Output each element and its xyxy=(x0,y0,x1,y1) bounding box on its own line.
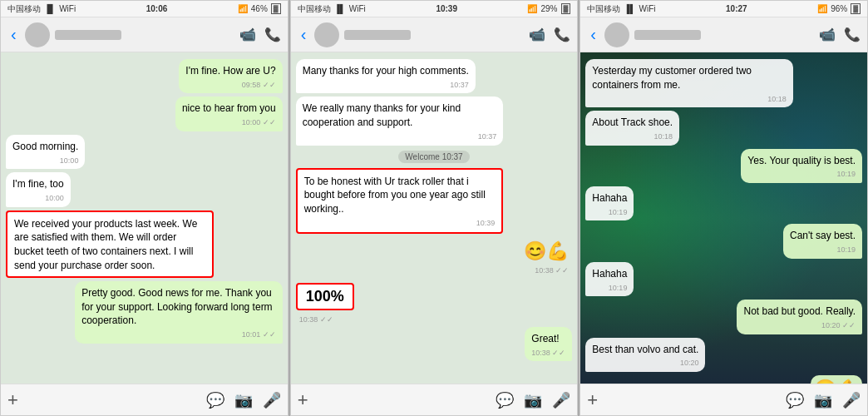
camera-icon[interactable]: 📷 xyxy=(814,391,832,409)
avatar xyxy=(314,22,339,47)
battery-bar: ▓ xyxy=(851,3,861,14)
bottom-bar: + 💬 📷 🎤 xyxy=(291,384,578,415)
back-button[interactable]: ‹ xyxy=(587,23,599,46)
status-time: 10:39 xyxy=(436,4,457,13)
message-time: 10:19 xyxy=(747,169,856,180)
phone-panel-1: 中国移动 ▐▌ WiFi 10:06 📶 46% ▓ ‹ 📹 📞 I'm fin… xyxy=(0,0,289,416)
plus-button[interactable]: + xyxy=(7,389,18,411)
received-message: About Track shoe.10:18 xyxy=(585,111,679,145)
received-message: Hahaha10:19 xyxy=(585,186,634,220)
message-text: Best than volvo and cat. xyxy=(592,344,698,355)
video-call-icon[interactable]: 📹 xyxy=(819,27,836,42)
message-text: Good morning. xyxy=(12,141,78,152)
avatar xyxy=(25,22,50,47)
mic-icon[interactable]: 🎤 xyxy=(842,391,861,409)
mic-icon[interactable]: 🎤 xyxy=(263,391,281,409)
sent-message: Pretty good. Good news for me. Thank you… xyxy=(75,281,283,344)
message-text: Great! xyxy=(531,333,559,344)
message-text: Yes. Your quality is best. xyxy=(747,155,856,166)
chat-area: Many thanks for your high comments.10:37… xyxy=(291,52,578,384)
message-time: 10:39 xyxy=(304,218,496,229)
received-message: I'm fine, too10:00 xyxy=(6,172,71,206)
video-call-icon[interactable]: 📹 xyxy=(239,27,256,42)
message-time: 10:37 xyxy=(303,80,469,91)
status-bar: 中国移动 ▐▌ WiFi 10:06 📶 46% ▓ xyxy=(1,1,288,17)
voice-call-icon[interactable]: 📞 xyxy=(264,27,281,42)
back-button[interactable]: ‹ xyxy=(298,23,310,46)
message-text: Many thanks for your high comments. xyxy=(303,65,469,77)
status-battery: 📶 96% ▓ xyxy=(817,3,861,14)
chat-icon[interactable]: 💬 xyxy=(496,391,514,409)
contact-name xyxy=(344,30,411,40)
message-text: Hahaha xyxy=(592,268,627,280)
plus-button[interactable]: + xyxy=(587,389,598,411)
message-text: Pretty good. Good news for me. Thank you… xyxy=(81,287,272,327)
message-time: 10:20 ✓✓ xyxy=(743,320,856,331)
contact-name xyxy=(55,30,121,40)
message-text: I'm fine, too xyxy=(12,178,64,190)
carrier-text: 中国移动 xyxy=(587,3,620,15)
nav-bar: ‹ 📹 📞 xyxy=(580,17,867,52)
emoji-message: 😊💪10:20 ✓✓ xyxy=(811,375,862,384)
camera-icon[interactable]: 📷 xyxy=(234,391,253,409)
status-carrier: 中国移动 ▐▌ WiFi xyxy=(7,3,76,15)
plus-button[interactable]: + xyxy=(298,389,308,411)
wifi-icon: WiFi xyxy=(639,4,656,13)
camera-icon[interactable]: 📷 xyxy=(524,391,542,409)
voice-call-icon[interactable]: 📞 xyxy=(844,27,861,42)
sent-message: Great!10:38 ✓✓ xyxy=(525,327,572,361)
chat-icon[interactable]: 💬 xyxy=(786,391,804,409)
timestamp-label: Welcome 10:37 xyxy=(398,151,469,163)
message-time: 10:20 xyxy=(592,358,698,369)
contact-name xyxy=(634,30,701,40)
received-message: Best than volvo and cat.10:20 xyxy=(585,338,705,372)
mic-icon[interactable]: 🎤 xyxy=(552,391,570,409)
sent-message: Can't say best.10:19 xyxy=(783,224,862,258)
message-time: 10:00 xyxy=(12,156,78,166)
status-battery: 📶 46% ▓ xyxy=(238,3,281,14)
nav-actions: 📹 📞 xyxy=(819,27,861,42)
nav-bar: ‹ 📹 📞 xyxy=(291,17,578,52)
phone-panel-3: 中国移动 ▐▌ WiFi 10:27 📶 96% ▓ ‹ 📹 📞 Yesterd… xyxy=(579,0,868,416)
battery-text: 29% xyxy=(540,4,557,13)
wifi-icon: WiFi xyxy=(349,4,366,13)
chat-area: Yesterday my customer ordered two contai… xyxy=(580,52,867,384)
signal-icon: ▐▌ xyxy=(334,4,346,13)
sent-message: Yes. Your quality is best.10:19 xyxy=(741,149,862,183)
chat-icon[interactable]: 💬 xyxy=(206,391,224,409)
message-time: 10:19 xyxy=(592,207,627,218)
back-button[interactable]: ‹ xyxy=(7,23,20,46)
nav-bar: ‹ 📹 📞 xyxy=(1,17,288,52)
sent-message: Not bad but good. Really.10:20 ✓✓ xyxy=(737,300,862,334)
received-message: Hahaha10:19 xyxy=(585,262,634,296)
carrier-text: 中国移动 xyxy=(7,3,41,15)
received-message: We really many thanks for your kind coop… xyxy=(296,97,504,145)
status-time: 10:06 xyxy=(146,4,168,13)
nav-actions: 📹 📞 xyxy=(529,27,570,42)
message-time: 10:18 xyxy=(592,131,673,142)
status-carrier: 中国移动 ▐▌ WiFi xyxy=(587,3,655,15)
message-time: 10:00 ✓✓ xyxy=(182,117,276,128)
phone-panel-2: 中国移动 ▐▌ WiFi 10:39 📶 29% ▓ ‹ 📹 📞 Many th… xyxy=(290,0,579,416)
video-call-icon[interactable]: 📹 xyxy=(529,27,545,42)
status-time: 10:27 xyxy=(726,4,747,13)
message-time: 10:19 xyxy=(790,245,856,255)
bottom-bar: + 💬 📷 🎤 xyxy=(1,384,288,415)
message-text: We really many thanks for your kind coop… xyxy=(303,102,461,128)
message-text: About Track shoe. xyxy=(592,116,673,128)
signal-icon: ▐▌ xyxy=(624,4,635,13)
battery-bar: ▓ xyxy=(561,3,571,14)
received-message: Yesterday my customer ordered two contai… xyxy=(585,59,793,107)
message-time: 10:38 ✓✓ xyxy=(524,265,569,276)
voice-call-icon[interactable]: 📞 xyxy=(554,27,570,42)
battery-icon: 📶 xyxy=(527,4,537,13)
battery-text: 96% xyxy=(831,4,847,13)
nav-actions: 📹 📞 xyxy=(239,27,281,42)
message-time: 10:18 xyxy=(592,94,787,105)
message-text: To be honest with Ur track roller that i… xyxy=(304,176,486,215)
status-battery: 📶 29% ▓ xyxy=(527,3,570,14)
battery-icon: 📶 xyxy=(238,4,248,13)
message-time: 10:37 xyxy=(303,131,497,142)
message-text: Hahaha xyxy=(592,192,627,204)
message-text: nice to hear from you xyxy=(182,102,276,114)
